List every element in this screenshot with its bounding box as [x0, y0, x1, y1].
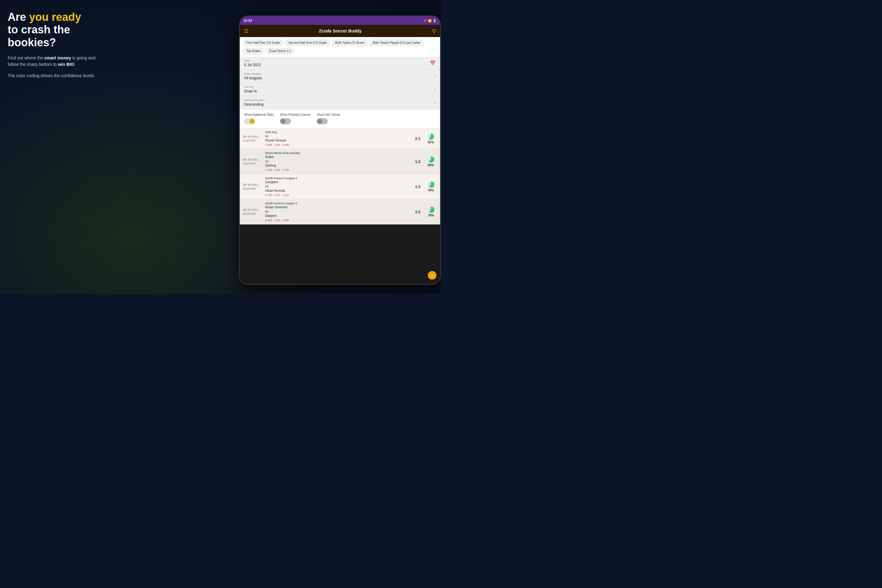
battery-icon: 🔋 — [433, 19, 436, 22]
match-odds: 1.485 - 3.82 - 6.450 — [265, 143, 411, 146]
table-row[interactable]: 5th Jul 2022,12:00 EDT CFR Cluj vsPyunik… — [240, 128, 440, 149]
toggle-finished-games-label: Show Finished Games — [280, 113, 311, 116]
match-pct-container: 81% — [425, 133, 437, 144]
app-header: ☰ Zcode Soccer Buddy ▽ — [240, 25, 440, 37]
match-date: 5th Jul 2022,06:30 EDT — [243, 183, 263, 190]
wifi-icon: 📶 — [428, 19, 432, 22]
toggle-finished-games-switch[interactable] — [280, 118, 291, 124]
match-score: 2:1 — [413, 136, 422, 141]
subtext-1: Find out where the smart money is going … — [8, 55, 99, 68]
match-date: 5th Jul 2022,12:00 EDT — [243, 135, 263, 142]
timer-icon: ⏱ — [423, 19, 427, 22]
date-label: Date: — [244, 59, 261, 62]
league-name: World World Club Friendly — [265, 152, 411, 154]
league-label: Select league: — [244, 72, 262, 75]
pct-value: 78% — [428, 214, 434, 217]
toggles-area: Show Additional Stats Show Finished Game… — [240, 110, 440, 128]
pct-value: 81% — [428, 141, 434, 144]
calendar-icon: 📅 — [430, 60, 436, 66]
headline-rest: to crash the bookies? — [8, 23, 70, 48]
sorting-direction-value: Descending — [244, 102, 265, 106]
main-headline: Are you ready to crash the bookies? — [8, 11, 99, 49]
match-odds: 2.296 - 3.60 - 2.755 — [265, 168, 411, 171]
sortby-dropdown[interactable]: Sort By: Draw % › — [240, 83, 440, 96]
team-names: SuttonvsDorking — [265, 155, 411, 168]
chip-exact-score[interactable]: Exact Score 1:1 — [266, 48, 294, 54]
toggle-hot-trends-switch[interactable] — [316, 118, 328, 124]
hamburger-icon[interactable]: ☰ — [244, 28, 248, 34]
headline-highlight: you ready — [29, 11, 81, 23]
status-icons: ⏱ 📶 🔋 — [423, 19, 436, 22]
match-date: 5th Jul 2022,06:30 EDT — [243, 208, 263, 216]
pct-icon — [428, 133, 434, 140]
table-row[interactable]: 5th Jul 2022,14:45 EDT World World Club … — [240, 149, 440, 174]
match-pct-container: 80% — [425, 156, 437, 167]
match-info: CFR Cluj vsPyunik Yerevan 1.485 - 3.82 -… — [265, 131, 411, 146]
arrow-up-icon: ↑ — [431, 273, 434, 278]
match-info: South Korea K League 2 Ansan GreenersvsD… — [265, 202, 411, 222]
scroll-to-top-button[interactable]: ↑ — [428, 271, 436, 280]
match-info: South Korea K-League 1 GangwonvsUlsan Hy… — [265, 177, 411, 196]
match-list: 5th Jul 2022,12:00 EDT CFR Cluj vsPyunik… — [240, 128, 440, 225]
toggle-additional-stats-label: Show Additional Stats — [244, 113, 274, 116]
status-bar: 10:53 ⏱ 📶 🔋 — [240, 16, 440, 25]
league-name: South Korea K-League 1 — [265, 177, 411, 180]
chip-both-teams-draw[interactable]: Both Teams Played 0-0 Last Game — [369, 39, 423, 46]
left-content-panel: Are you ready to crash the bookies? Find… — [8, 11, 99, 79]
team-names: Ansan GreenersvsDaejeon — [265, 205, 411, 218]
league-name: South Korea K League 2 — [265, 202, 411, 205]
pct-icon — [428, 181, 434, 188]
toggle-hot-trends: Show Hot Trends — [316, 113, 340, 124]
chip-both-teams-score[interactable]: Both Teams To Score — [332, 39, 368, 46]
app-title: Zcode Soccer Buddy — [319, 28, 362, 33]
league-dropdown[interactable]: Select league: All leagues › — [240, 70, 440, 83]
table-row[interactable]: 5th Jul 2022,06:30 EDT South Korea K Lea… — [240, 200, 440, 225]
league-value: All leagues — [244, 76, 262, 80]
sorting-direction-dropdown[interactable]: Sorting Direction: Descending › — [240, 96, 440, 110]
match-pct-container: 78% — [425, 206, 437, 217]
match-date: 5th Jul 2022,14:45 EDT — [243, 158, 263, 165]
pct-icon — [428, 156, 434, 163]
toggle-finished-games: Show Finished Games — [280, 113, 311, 124]
filter-chips-area: First Half Over 0.5 Goals Second Half Ov… — [240, 37, 440, 57]
pct-value: 78% — [428, 189, 434, 192]
smart-money-bold: smart money — [44, 56, 71, 60]
team-names: vsPyunik Yerevan — [265, 134, 411, 143]
chevron-sortby-icon: › — [434, 87, 436, 92]
tablet-frame: 10:53 ⏱ 📶 🔋 ☰ Zcode Soccer Buddy ▽ First… — [239, 15, 441, 285]
table-row[interactable]: 5th Jul 2022,06:30 EDT South Korea K-Lea… — [240, 174, 440, 200]
chip-second-half[interactable]: Second Half Over 0.5 Goals — [285, 39, 330, 46]
chip-first-half[interactable]: First Half Over 0.5 Goals — [243, 39, 283, 46]
toggle-additional-stats-switch[interactable] — [244, 118, 255, 124]
chevron-sort-dir-icon: › — [434, 100, 436, 105]
date-value: 5 Jul 2022 — [244, 63, 261, 67]
league-name: CFR Cluj — [265, 131, 411, 134]
match-score: 1:2 — [413, 210, 422, 214]
match-pct-container: 78% — [425, 181, 437, 192]
match-odds: 6.450 - 3.52 - 1.592 — [265, 219, 411, 222]
sortby-label: Sort By: — [244, 86, 257, 88]
sortby-value: Draw % — [244, 89, 257, 93]
headline-are: Are — [8, 11, 29, 23]
match-info: World World Club Friendly SuttonvsDorkin… — [265, 152, 411, 171]
filter-icon[interactable]: ▽ — [432, 28, 436, 34]
pct-icon — [428, 206, 434, 213]
toggle-additional-stats: Show Additional Stats — [244, 113, 274, 124]
match-odds: 5.750 - 4.22 - 1.512 — [265, 194, 411, 196]
sorting-direction-label: Sorting Direction: — [244, 99, 265, 102]
match-score: 1:2 — [413, 184, 422, 189]
subtext-2: The color coding shows the confidence le… — [8, 73, 99, 79]
team-names: GangwonvsUlsan Hyundai — [265, 180, 411, 193]
pct-value: 80% — [428, 164, 434, 167]
match-score: 1:2 — [413, 159, 422, 164]
toggle-hot-trends-label: Show Hot Trends — [316, 113, 340, 116]
status-time: 10:53 — [243, 19, 252, 22]
win-big-bold: win BIG — [58, 62, 74, 67]
chevron-league-icon: › — [434, 74, 436, 79]
date-dropdown[interactable]: Date: 5 Jul 2022 📅 — [240, 57, 440, 70]
chip-top-draws[interactable]: Top Draws — [243, 48, 264, 54]
